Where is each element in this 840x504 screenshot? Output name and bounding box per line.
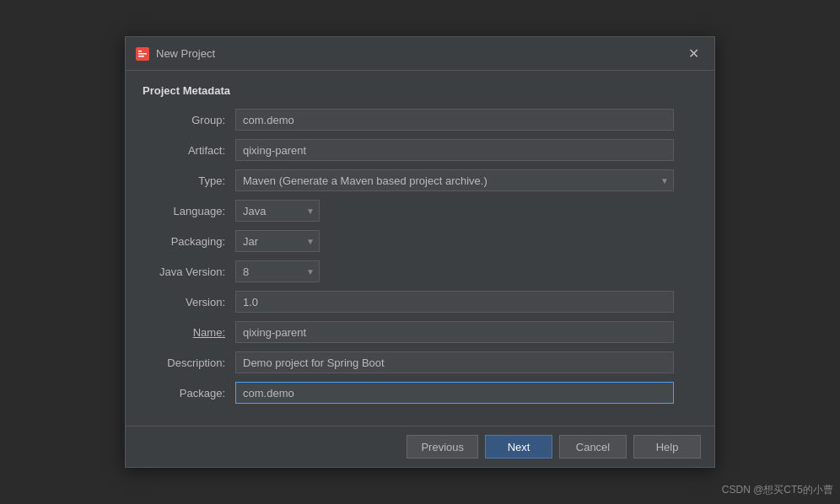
description-row: Description: — [143, 351, 697, 373]
java-version-select-wrapper: 8 11 17 ▼ — [235, 260, 320, 282]
language-label: Language: — [143, 205, 235, 217]
next-button[interactable]: Next — [485, 435, 552, 458]
name-label: Name: — [143, 326, 235, 339]
dialog-footer: Previous Next Cancel Help — [126, 426, 714, 467]
language-select-wrapper: Java Kotlin Groovy ▼ — [235, 200, 320, 222]
type-select[interactable]: Maven (Generate a Maven based project ar… — [235, 169, 674, 191]
packaging-select-wrapper: Jar War ▼ — [235, 230, 320, 252]
svg-rect-2 — [138, 53, 147, 55]
close-button[interactable]: ✕ — [683, 44, 704, 63]
group-input[interactable] — [235, 109, 674, 131]
description-label: Description: — [143, 357, 235, 369]
help-button[interactable]: Help — [633, 435, 701, 458]
dialog-title: New Project — [156, 47, 215, 60]
group-row: Group: — [143, 109, 697, 131]
packaging-label: Packaging: — [143, 235, 235, 248]
svg-rect-3 — [138, 56, 144, 57]
language-row: Language: Java Kotlin Groovy ▼ — [143, 200, 697, 222]
package-label: Package: — [143, 387, 235, 399]
watermark: CSDN @想买CT5的小曹 — [722, 483, 833, 497]
package-input[interactable] — [235, 382, 674, 404]
dialog-content: Project Metadata Group: Artifact: Type: … — [126, 71, 714, 426]
type-row: Type: Maven (Generate a Maven based proj… — [143, 169, 697, 191]
language-select[interactable]: Java Kotlin Groovy — [235, 200, 320, 222]
name-row: Name: — [143, 321, 697, 343]
java-version-label: Java Version: — [143, 265, 235, 278]
version-input[interactable] — [235, 291, 674, 313]
artifact-label: Artifact: — [143, 144, 235, 157]
group-label: Group: — [143, 114, 235, 126]
name-input[interactable] — [235, 321, 674, 343]
intellij-icon — [136, 47, 149, 61]
artifact-input[interactable] — [235, 139, 674, 161]
title-left: New Project — [136, 47, 215, 61]
packaging-select[interactable]: Jar War — [235, 230, 320, 252]
dialog-overlay: New Project ✕ Project Metadata Group: Ar… — [0, 0, 840, 504]
version-label: Version: — [143, 296, 235, 308]
new-project-dialog: New Project ✕ Project Metadata Group: Ar… — [125, 36, 715, 468]
package-row: Package: — [143, 382, 697, 404]
svg-rect-1 — [138, 51, 142, 52]
previous-button[interactable]: Previous — [407, 435, 478, 458]
java-version-row: Java Version: 8 11 17 ▼ — [143, 260, 697, 282]
dialog-titlebar: New Project ✕ — [126, 37, 714, 71]
type-label: Type: — [143, 174, 235, 187]
cancel-button[interactable]: Cancel — [559, 435, 627, 458]
java-version-select[interactable]: 8 11 17 — [235, 260, 320, 282]
artifact-row: Artifact: — [143, 139, 697, 161]
section-title: Project Metadata — [143, 84, 697, 97]
description-input[interactable] — [235, 351, 674, 373]
packaging-row: Packaging: Jar War ▼ — [143, 230, 697, 252]
type-select-wrapper: Maven (Generate a Maven based project ar… — [235, 169, 674, 191]
version-row: Version: — [143, 291, 697, 313]
